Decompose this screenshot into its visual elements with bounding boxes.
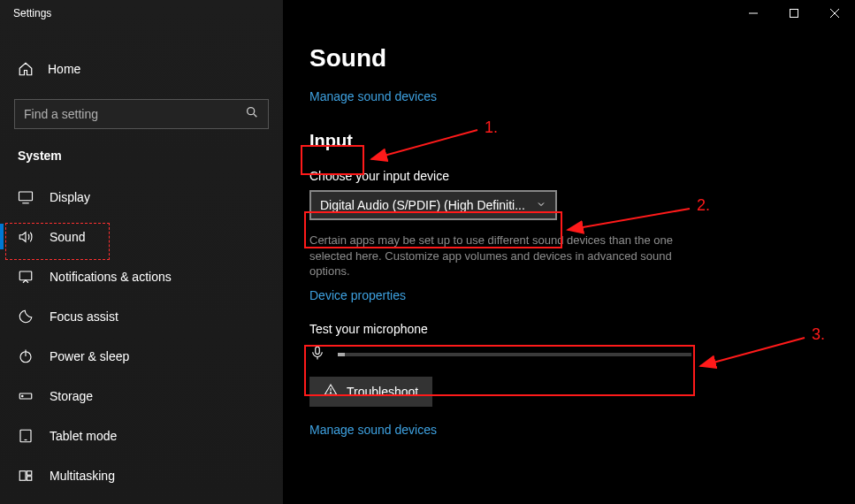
helper-text: Certain apps may be set up to use differ… [309,233,707,279]
sidebar-item-multitasking[interactable]: Multitasking [0,455,283,495]
heading-input: Input [309,131,353,151]
sidebar-item-sound[interactable]: Sound [0,217,283,256]
tablet-icon [18,428,34,444]
display-icon [18,189,34,205]
svg-rect-8 [19,271,32,280]
sidebar-item-label: Storage [50,389,93,403]
svg-rect-6 [19,192,33,201]
page-title: Sound [309,44,855,73]
focus-assist-icon [18,309,34,325]
combo-input-device[interactable]: Digital Audio (S/PDIF) (High Definiti... [309,190,557,220]
multitasking-icon [18,468,34,484]
svg-rect-18 [316,347,320,354]
combo-value: Digital Audio (S/PDIF) (High Definiti... [320,198,525,212]
sidebar-item-label: Display [50,190,90,204]
search-field[interactable] [24,107,245,121]
sidebar-home-label: Home [48,62,80,76]
link-manage-sound-devices-top[interactable]: Manage sound devices [309,89,437,103]
svg-rect-16 [27,470,32,475]
maximize-button[interactable] [774,0,814,27]
sidebar-item-label: Power & sleep [50,349,129,363]
minimize-button[interactable] [733,0,774,27]
search-input[interactable] [14,99,269,129]
close-button[interactable] [814,0,855,27]
link-device-properties[interactable]: Device properties [309,288,855,302]
sidebar-section-heading: System [0,136,283,172]
label-choose-input-device: Choose your input device [309,169,855,183]
troubleshoot-label: Troubleshoot [347,385,418,399]
svg-line-5 [254,114,256,117]
svg-point-21 [330,393,331,393]
sidebar-home[interactable]: Home [0,51,283,87]
svg-rect-15 [19,470,26,480]
sidebar-item-notifications[interactable]: Notifications & actions [0,256,283,296]
svg-rect-1 [790,10,798,18]
annotation-label-2: 2. [697,196,710,215]
window-title: Settings [0,7,51,19]
sidebar-item-display[interactable]: Display [0,177,283,217]
label-test-microphone: Test your microphone [309,322,855,336]
svg-rect-17 [27,476,32,480]
svg-point-4 [248,108,255,115]
svg-point-12 [22,395,24,397]
search-icon [245,105,259,123]
chevron-down-icon [536,198,546,212]
sidebar-item-label: Sound [50,230,85,244]
sidebar-item-focus-assist[interactable]: Focus assist [0,296,283,336]
sidebar-item-label: Tablet mode [50,429,117,443]
sidebar-item-label: Focus assist [50,309,118,324]
notifications-icon [18,269,34,285]
annotation-label-3: 3. [812,325,825,344]
home-icon [18,61,34,77]
sidebar-item-tablet-mode[interactable]: Tablet mode [0,416,283,455]
troubleshoot-button[interactable]: Troubleshoot [309,377,432,407]
storage-icon [18,388,34,404]
link-manage-sound-devices-bottom[interactable]: Manage sound devices [309,423,855,437]
sidebar-item-power-sleep[interactable]: Power & sleep [0,336,283,376]
sound-icon [18,229,34,245]
sidebar-item-label: Notifications & actions [50,270,172,284]
power-icon [18,348,34,364]
sidebar-item-label: Multitasking [50,469,115,483]
sidebar-item-storage[interactable]: Storage [0,376,283,416]
annotation-label-1: 1. [485,118,498,137]
warning-icon [324,383,338,400]
microphone-level-bar [338,353,691,356]
microphone-icon [309,345,325,364]
